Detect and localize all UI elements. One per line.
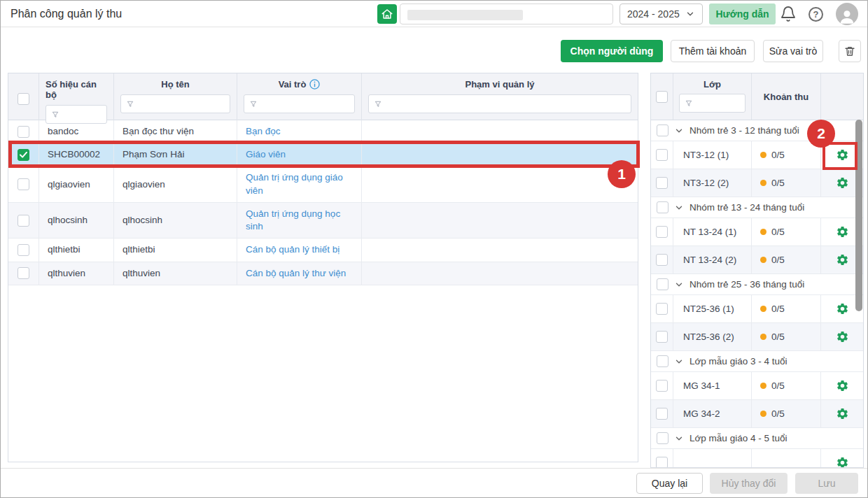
staff-row[interactable]: qlhocsinhqlhocsinhQuản trị ứng dụng học …: [8, 203, 638, 239]
class-group-row[interactable]: Nhóm trẻ 3 - 12 tháng tuổi: [651, 120, 863, 141]
class-row[interactable]: NT 13-24 (2)0/5: [651, 246, 863, 274]
chevron-down-icon: [685, 9, 695, 19]
staff-row[interactable]: SHCB00002Phạm Sơn HảiGiáo viên: [8, 143, 638, 166]
scrollbar-thumb[interactable]: [855, 120, 862, 311]
staff-role-link[interactable]: Quản trị ứng dụng học sinh: [237, 203, 362, 238]
row-checkbox[interactable]: [656, 226, 668, 238]
select-all-checkbox[interactable]: [18, 93, 29, 105]
staff-role-link[interactable]: Bạn đọc: [237, 120, 362, 143]
staff-code: qlthietbi: [39, 239, 114, 261]
edit-role-button[interactable]: Sửa vai trò: [763, 40, 823, 62]
group-checkbox[interactable]: [657, 124, 668, 136]
row-checkbox[interactable]: [656, 303, 668, 315]
row-checkbox[interactable]: [656, 457, 668, 468]
row-checkbox[interactable]: [656, 408, 668, 420]
save-button[interactable]: Lưu: [795, 473, 858, 494]
choose-user-button[interactable]: Chọn người dùng: [561, 40, 663, 62]
search-bar[interactable]: [400, 3, 613, 24]
collapse-toggle[interactable]: [674, 203, 684, 213]
assign-fees-button[interactable]: [821, 372, 863, 399]
row-checkbox[interactable]: [18, 267, 29, 279]
home-button[interactable]: [377, 4, 397, 24]
collapse-toggle[interactable]: [674, 126, 684, 136]
group-checkbox[interactable]: [657, 355, 668, 367]
person-icon: [838, 7, 856, 25]
chevron-down-icon: [674, 126, 684, 136]
chevron-down-icon: [674, 434, 684, 443]
select-all-classes-checkbox[interactable]: [656, 91, 668, 103]
staff-role-link[interactable]: Cán bộ quản lý thiết bị: [237, 239, 362, 261]
assign-fees-button[interactable]: [821, 400, 863, 427]
guide-button[interactable]: Hướng dẫn: [709, 3, 776, 24]
row-checkbox[interactable]: [18, 244, 29, 256]
staff-table-body: bandocBạn đọc thư việnBạn đọcSHCB00002Ph…: [8, 120, 638, 285]
class-row[interactable]: NT3-12 (2)0/5: [651, 169, 863, 197]
staff-code: qlgiaovien: [39, 166, 114, 201]
staff-checkbox-cell: [8, 239, 39, 261]
class-group-row[interactable]: Lớp mẫu giáo 4 - 5 tuổi: [651, 428, 863, 449]
row-checkbox[interactable]: [656, 177, 668, 189]
row-checkbox[interactable]: [656, 331, 668, 343]
staff-role-link[interactable]: Giáo viên: [237, 143, 362, 166]
info-icon[interactable]: [309, 79, 320, 90]
staff-row[interactable]: bandocBạn đọc thư việnBạn đọc: [8, 120, 638, 143]
class-row[interactable]: NT 13-24 (1)0/5: [651, 218, 863, 246]
filter-input-role[interactable]: [244, 94, 355, 113]
help-icon[interactable]: ?: [808, 7, 823, 22]
row-checkbox[interactable]: [18, 149, 29, 161]
school-year-select[interactable]: 2024 - 2025: [620, 3, 703, 24]
gear-icon: [836, 330, 849, 343]
staff-row[interactable]: qlthuvienqlthuvienCán bộ quản lý thư việ…: [8, 262, 638, 285]
filter-icon: [127, 101, 134, 108]
row-checkbox[interactable]: [18, 126, 29, 138]
assign-fees-button[interactable]: [821, 323, 863, 350]
user-avatar[interactable]: [836, 3, 858, 25]
row-checkbox[interactable]: [18, 215, 29, 227]
class-group-row[interactable]: Nhóm trẻ 13 - 24 tháng tuổi: [651, 197, 863, 218]
group-checkbox[interactable]: [657, 278, 668, 290]
staff-row[interactable]: qlgiaovienqlgiaovienQuản trị ứng dụng gi…: [8, 166, 638, 202]
collapse-toggle[interactable]: [674, 434, 684, 443]
group-checkbox[interactable]: [657, 201, 668, 213]
row-checkbox[interactable]: [656, 149, 668, 161]
class-panel: Lớp Khoản thu Nhóm trẻ 3 - 12 tháng tuổi…: [650, 73, 864, 468]
class-group-row[interactable]: Nhóm trẻ 25 - 36 tháng tuổi: [651, 274, 863, 295]
row-checkbox[interactable]: [18, 178, 29, 190]
collapse-toggle[interactable]: [674, 280, 684, 290]
app-window: Phân công quản lý thu 2024 - 2025 Hướng …: [0, 0, 868, 498]
filter-input-class[interactable]: [679, 94, 746, 113]
staff-checkbox-cell: [8, 262, 39, 285]
staff-name: Phạm Sơn Hải: [114, 143, 237, 166]
column-header-scope: Phạm vi quản lý: [368, 79, 631, 90]
notification-bell-icon[interactable]: [780, 6, 797, 22]
class-row[interactable]: NT25-36 (1)0/5: [651, 295, 863, 323]
row-checkbox[interactable]: [656, 254, 668, 266]
cancel-changes-button[interactable]: Hủy thay đổi: [710, 473, 788, 494]
class-row[interactable]: MG 34-20/5: [651, 400, 863, 428]
filter-input-name[interactable]: [120, 94, 230, 113]
class-checkbox-cell: [651, 169, 673, 197]
column-header-role: Vai trò: [244, 79, 355, 90]
school-year-value: 2024 - 2025: [627, 8, 680, 20]
class-group-row[interactable]: Lớp mẫu giáo 3 - 4 tuổi: [651, 351, 863, 372]
assign-fees-button[interactable]: [821, 449, 863, 468]
class-row[interactable]: [651, 449, 863, 468]
delete-button[interactable]: [839, 40, 861, 62]
collapse-toggle[interactable]: [674, 357, 684, 367]
fee-count: 0/5: [752, 372, 821, 399]
staff-role-link[interactable]: Quản trị ứng dụng giáo viên: [237, 166, 362, 201]
fee-status-dot: [760, 411, 766, 417]
class-row[interactable]: NT3-12 (1)0/5: [651, 141, 863, 169]
staff-name: Bạn đọc thư viện: [114, 120, 237, 143]
class-row[interactable]: MG 34-10/5: [651, 372, 863, 400]
staff-role-link[interactable]: Cán bộ quản lý thư viện: [237, 262, 362, 285]
fee-count: 0/5: [752, 246, 821, 273]
group-checkbox[interactable]: [657, 432, 668, 444]
class-name: NT3-12 (2): [673, 169, 752, 197]
back-button[interactable]: Quay lại: [636, 473, 703, 494]
add-account-button[interactable]: Thêm tài khoản: [671, 40, 755, 62]
staff-row[interactable]: qlthietbiqlthietbiCán bộ quản lý thiết b…: [8, 239, 638, 262]
row-checkbox[interactable]: [656, 380, 668, 392]
class-row[interactable]: NT25-36 (2)0/5: [651, 323, 863, 351]
filter-input-scope[interactable]: [368, 94, 631, 113]
